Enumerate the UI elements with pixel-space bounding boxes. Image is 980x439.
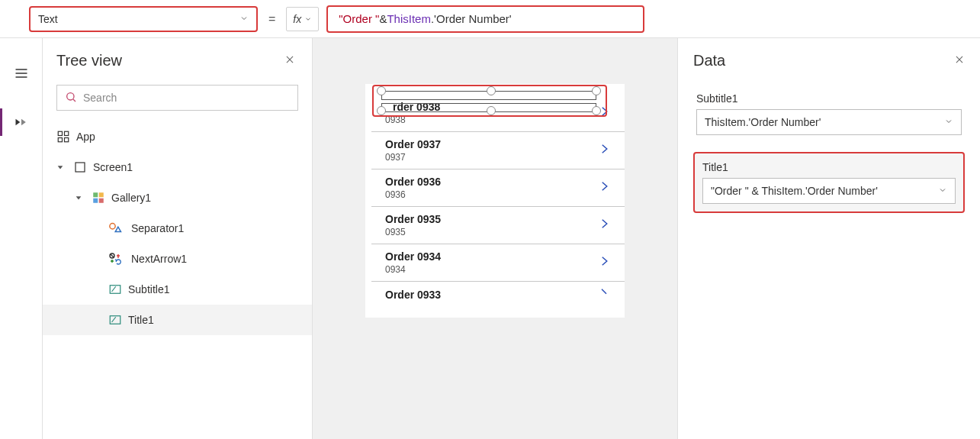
formula-token-string: "Order " bbox=[339, 12, 379, 25]
gallery-item-subtitle: 0938 bbox=[385, 115, 440, 125]
phone-screen: rder 09380938Order 09370937Order 0936093… bbox=[365, 84, 625, 318]
gallery-icon bbox=[92, 191, 105, 205]
gallery-item-subtitle: 0935 bbox=[385, 227, 441, 237]
gallery-item-title: Order 0934 bbox=[385, 250, 441, 263]
next-arrow-icon bbox=[108, 252, 125, 266]
svg-marker-19 bbox=[115, 227, 120, 231]
tree-item-label: NextArrow1 bbox=[131, 253, 187, 265]
field-label: Subtitle1 bbox=[696, 92, 962, 105]
property-select-value: Text bbox=[38, 13, 58, 25]
svg-point-18 bbox=[110, 224, 115, 229]
next-arrow-icon[interactable] bbox=[597, 179, 611, 196]
gallery-item[interactable]: Order 09350935 bbox=[371, 206, 625, 244]
tree-item-label: Screen1 bbox=[93, 161, 133, 173]
gallery-item-title: rder 0938 bbox=[385, 101, 440, 113]
gallery-item[interactable]: rder 09380938 bbox=[371, 95, 625, 131]
close-icon[interactable] bbox=[954, 54, 965, 67]
tree-header: Tree view bbox=[43, 38, 312, 79]
tree-item-app[interactable]: App bbox=[43, 121, 312, 152]
field-value: ThisItem.'Order Number' bbox=[705, 116, 821, 128]
field-subtitle: Subtitle1 ThisItem.'Order Number' bbox=[693, 89, 965, 138]
label-icon bbox=[108, 282, 122, 296]
fx-label: fx bbox=[293, 13, 301, 25]
formula-token-object: ThisItem bbox=[387, 12, 431, 25]
gallery-item[interactable]: Order 0933 bbox=[371, 281, 625, 301]
gallery-item-title: Order 0935 bbox=[385, 213, 441, 225]
tree-list: App Screen1 Gallery1 Separator1 bbox=[43, 121, 312, 439]
expander-icon[interactable] bbox=[56, 163, 64, 171]
svg-rect-10 bbox=[65, 138, 69, 142]
svg-rect-15 bbox=[99, 192, 104, 197]
svg-rect-16 bbox=[93, 199, 98, 203]
next-arrow-icon[interactable] bbox=[597, 286, 611, 302]
svg-line-26 bbox=[602, 289, 606, 293]
next-arrow-icon[interactable] bbox=[597, 142, 611, 159]
screen-icon bbox=[73, 160, 87, 174]
svg-rect-17 bbox=[99, 199, 104, 203]
search-placeholder: Search bbox=[83, 92, 117, 104]
tree-item-label: Title1 bbox=[128, 314, 154, 326]
equals-sign: = bbox=[268, 12, 275, 26]
label-icon bbox=[108, 313, 122, 327]
search-input[interactable]: Search bbox=[56, 85, 298, 111]
svg-line-23 bbox=[112, 286, 116, 292]
gallery-item-title: Order 0933 bbox=[385, 289, 441, 301]
tree-item-nextarrow[interactable]: NextArrow1 bbox=[43, 244, 312, 274]
property-select[interactable]: Text bbox=[29, 6, 258, 32]
next-arrow-icon[interactable] bbox=[597, 105, 611, 121]
hamburger-icon[interactable] bbox=[6, 60, 37, 87]
svg-rect-8 bbox=[65, 131, 69, 135]
gallery-item-subtitle: 0934 bbox=[385, 264, 441, 275]
gallery-item-subtitle: 0936 bbox=[385, 189, 441, 200]
field-title: Title1 "Order " & ThisItem.'Order Number… bbox=[693, 152, 965, 213]
app-icon bbox=[56, 130, 70, 144]
formula-token-field: 'Order Number' bbox=[434, 12, 512, 25]
next-arrow-icon[interactable] bbox=[597, 254, 611, 271]
svg-rect-14 bbox=[93, 192, 98, 197]
svg-point-5 bbox=[67, 92, 74, 99]
tree-view-panel: Tree view Search App Screen1 bbox=[43, 38, 313, 439]
data-header: Data bbox=[693, 52, 965, 69]
tree-item-label: Subtitle1 bbox=[128, 283, 169, 295]
fx-button[interactable]: fx bbox=[286, 7, 319, 31]
tree-item-subtitle[interactable]: Subtitle1 bbox=[43, 274, 312, 305]
gallery-item[interactable]: Order 09370937 bbox=[371, 131, 625, 169]
chevron-down-icon bbox=[304, 15, 312, 23]
formula-token-op: & bbox=[379, 12, 387, 25]
svg-rect-12 bbox=[76, 163, 85, 172]
expander-icon[interactable] bbox=[75, 194, 82, 202]
data-title: Data bbox=[693, 52, 725, 69]
tree-view-icon[interactable] bbox=[6, 108, 37, 136]
tree-item-separator[interactable]: Separator1 bbox=[43, 213, 312, 244]
field-select[interactable]: "Order " & ThisItem.'Order Number' bbox=[702, 178, 956, 204]
tree-item-title[interactable]: Title1 bbox=[43, 305, 312, 335]
gallery-item[interactable]: Order 09360936 bbox=[371, 169, 625, 206]
svg-line-25 bbox=[112, 317, 116, 322]
svg-marker-13 bbox=[76, 196, 82, 199]
formula-input[interactable]: "Order " & ThisItem.'Order Number' bbox=[326, 5, 644, 33]
tree-title: Tree view bbox=[56, 52, 122, 69]
svg-rect-9 bbox=[58, 138, 62, 142]
svg-rect-7 bbox=[58, 131, 62, 135]
data-panel: Data Subtitle1 ThisItem.'Order Number' T… bbox=[678, 38, 980, 439]
next-arrow-icon[interactable] bbox=[597, 217, 611, 234]
separator-icon bbox=[108, 221, 125, 235]
canvas[interactable]: rder 09380938Order 09370937Order 0936093… bbox=[313, 38, 678, 439]
svg-line-21 bbox=[111, 254, 114, 257]
search-icon bbox=[65, 91, 77, 105]
left-rail bbox=[0, 38, 43, 439]
svg-line-6 bbox=[73, 99, 76, 102]
gallery-item-title: Order 0937 bbox=[385, 138, 441, 150]
tree-item-screen[interactable]: Screen1 bbox=[43, 152, 312, 182]
chevron-down-icon bbox=[239, 13, 249, 25]
chevron-down-icon bbox=[938, 185, 947, 197]
tree-item-label: Separator1 bbox=[131, 222, 184, 234]
field-label: Title1 bbox=[702, 161, 956, 173]
gallery-item[interactable]: Order 09340934 bbox=[371, 244, 625, 281]
close-icon[interactable] bbox=[284, 54, 295, 67]
field-select[interactable]: ThisItem.'Order Number' bbox=[696, 109, 962, 135]
tree-item-label: App bbox=[76, 131, 95, 143]
formula-bar: Text = fx "Order " & ThisItem.'Order Num… bbox=[0, 0, 980, 38]
gallery-item-subtitle: 0937 bbox=[385, 152, 441, 163]
tree-item-gallery[interactable]: Gallery1 bbox=[43, 182, 312, 213]
